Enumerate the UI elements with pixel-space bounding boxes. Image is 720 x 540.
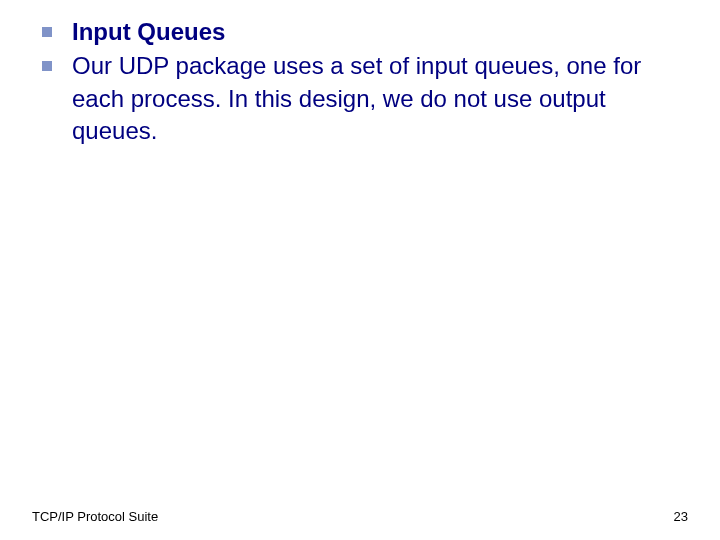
bullet-heading: Input Queues — [72, 16, 680, 48]
footer-title: TCP/IP Protocol Suite — [32, 509, 158, 524]
bullet-item: Input Queues — [40, 16, 680, 48]
square-bullet-icon — [42, 27, 52, 37]
bullet-body: Our UDP package uses a set of input queu… — [72, 50, 680, 147]
bullet-item: Our UDP package uses a set of input queu… — [40, 50, 680, 147]
page-number: 23 — [674, 509, 688, 524]
slide-content: Input Queues Our UDP package uses a set … — [0, 0, 720, 148]
slide-footer: TCP/IP Protocol Suite 23 — [0, 509, 720, 524]
square-bullet-icon — [42, 61, 52, 71]
